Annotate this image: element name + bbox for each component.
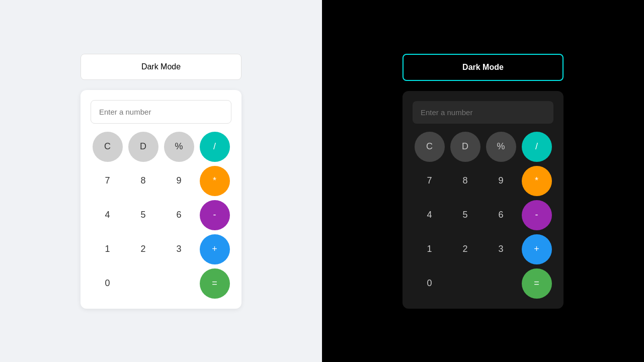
number-input-dark[interactable] xyxy=(413,101,553,124)
three-button-dark[interactable]: 3 xyxy=(486,234,516,264)
empty-space-light xyxy=(126,268,160,299)
zero-button-dark[interactable]: 0 xyxy=(415,268,445,299)
empty-space-light-2 xyxy=(162,268,196,299)
multiply-button-dark[interactable]: * xyxy=(522,166,552,196)
plus-button-dark[interactable]: + xyxy=(522,234,552,264)
button-grid-light: C D % / 7 8 9 * 4 5 6 - 1 2 3 + xyxy=(91,132,231,264)
multiply-button-light[interactable]: * xyxy=(200,166,230,196)
four-button-dark[interactable]: 4 xyxy=(415,200,445,230)
one-button-light[interactable]: 1 xyxy=(93,234,123,264)
bottom-row-light: 0 = xyxy=(91,268,231,299)
divide-button-light[interactable]: / xyxy=(200,132,230,162)
two-button-dark[interactable]: 2 xyxy=(450,234,480,264)
clear-button-dark[interactable]: C xyxy=(415,132,445,162)
seven-button-dark[interactable]: 7 xyxy=(415,166,445,196)
delete-button-light[interactable]: D xyxy=(128,132,158,162)
divide-button-dark[interactable]: / xyxy=(522,132,552,162)
button-grid-dark: C D % / 7 8 9 * 4 5 6 - 1 2 3 + xyxy=(413,132,553,264)
calculator-dark: C D % / 7 8 9 * 4 5 6 - 1 2 3 + 0 = xyxy=(403,91,564,309)
minus-button-light[interactable]: - xyxy=(200,200,230,230)
dark-mode-button-light[interactable]: Dark Mode xyxy=(80,54,242,80)
bottom-row-dark: 0 = xyxy=(413,268,553,299)
one-button-dark[interactable]: 1 xyxy=(415,234,445,264)
seven-button-light[interactable]: 7 xyxy=(93,166,123,196)
three-button-light[interactable]: 3 xyxy=(164,234,194,264)
six-button-light[interactable]: 6 xyxy=(164,200,194,230)
number-input-light[interactable] xyxy=(91,100,231,124)
equals-button-dark[interactable]: = xyxy=(522,268,552,299)
clear-button-light[interactable]: C xyxy=(93,132,123,162)
eight-button-dark[interactable]: 8 xyxy=(450,166,480,196)
minus-button-dark[interactable]: - xyxy=(522,200,552,230)
empty-space-dark-2 xyxy=(484,268,518,299)
dark-panel: Dark Mode C D % / 7 8 9 * 4 5 6 - 1 2 3 … xyxy=(322,0,644,362)
equals-button-light[interactable]: = xyxy=(200,268,230,299)
six-button-dark[interactable]: 6 xyxy=(486,200,516,230)
zero-button-light[interactable]: 0 xyxy=(93,268,123,299)
percent-button-light[interactable]: % xyxy=(164,132,194,162)
delete-button-dark[interactable]: D xyxy=(450,132,480,162)
eight-button-light[interactable]: 8 xyxy=(128,166,158,196)
calculator-light: C D % / 7 8 9 * 4 5 6 - 1 2 3 + 0 = xyxy=(80,90,242,309)
five-button-light[interactable]: 5 xyxy=(128,200,158,230)
nine-button-dark[interactable]: 9 xyxy=(486,166,516,196)
two-button-light[interactable]: 2 xyxy=(128,234,158,264)
four-button-light[interactable]: 4 xyxy=(93,200,123,230)
five-button-dark[interactable]: 5 xyxy=(450,200,480,230)
light-panel: Dark Mode C D % / 7 8 9 * 4 5 6 - 1 2 3 … xyxy=(0,0,322,362)
dark-mode-button-dark[interactable]: Dark Mode xyxy=(403,54,564,81)
plus-button-light[interactable]: + xyxy=(200,234,230,264)
nine-button-light[interactable]: 9 xyxy=(164,166,194,196)
empty-space-dark xyxy=(448,268,482,299)
percent-button-dark[interactable]: % xyxy=(486,132,516,162)
